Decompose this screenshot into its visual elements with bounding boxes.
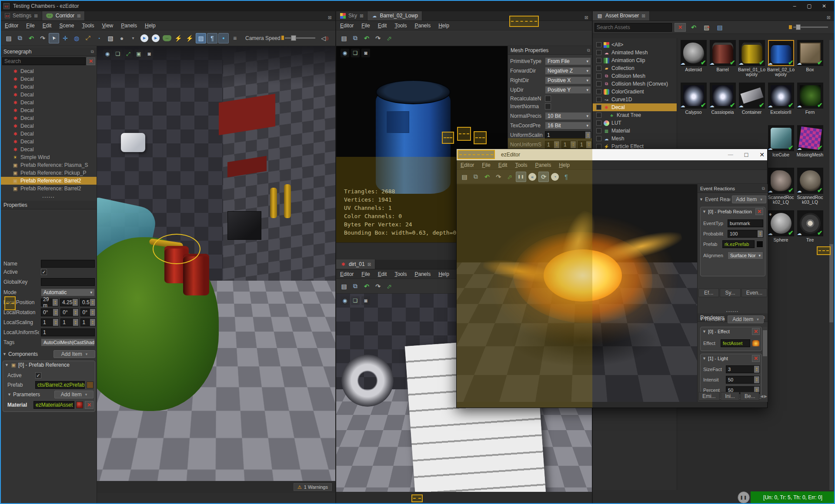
viewport-icon[interactable] <box>124 50 133 58</box>
updir-dropdown[interactable]: Positive Y <box>545 86 591 94</box>
asset-type-item[interactable]: Collection <box>593 64 677 72</box>
tab-initializer[interactable]: Ini... <box>721 392 740 401</box>
menu-item[interactable]: Tools <box>511 162 531 168</box>
asset-item[interactable]: ☁ ✔ ExcelsiorII <box>766 83 795 125</box>
menu-item[interactable]: Panels <box>117 23 141 29</box>
toolbar-icon[interactable] <box>140 34 148 42</box>
asset-type-item[interactable]: Collision Mesh <box>593 72 677 80</box>
menu-item[interactable]: Tools <box>78 23 98 29</box>
toolbar-icon[interactable] <box>49 33 59 43</box>
toolbar-icon[interactable] <box>471 172 481 182</box>
toolbar-icon[interactable] <box>516 172 526 182</box>
particle-window-titlebar[interactable]: ezEditor — □ ✕ <box>457 149 767 160</box>
asset-type-checkbox[interactable] <box>596 120 601 126</box>
viewport-icon[interactable] <box>341 49 349 57</box>
toolbar-icon[interactable] <box>339 33 349 43</box>
toolbar-icon[interactable] <box>26 33 37 43</box>
asset-grid-scrollbar[interactable] <box>829 40 833 492</box>
viewport-icon[interactable] <box>361 296 370 305</box>
tab-barrel-02-lowpoly[interactable]: Barrel_02_Lowp <box>367 11 422 20</box>
remove-renderer-icon[interactable]: ✕ <box>752 355 760 362</box>
toolbar-icon[interactable] <box>207 33 217 43</box>
toolbar-icon[interactable] <box>3 33 14 43</box>
toolbar-icon[interactable] <box>350 281 361 292</box>
localscaling-y[interactable]: 1▲▼ <box>60 318 78 326</box>
scenegraph-item[interactable]: Decal <box>1 114 97 122</box>
asset-type-item[interactable]: Curve1D <box>593 96 677 103</box>
toolbar-icon[interactable] <box>128 33 138 43</box>
menu-item[interactable]: Panels <box>531 162 555 168</box>
tab-corridor[interactable]: Corridor ⊠ <box>42 11 85 20</box>
scenegraph-item[interactable]: Decal <box>1 99 97 106</box>
menu-item[interactable]: Panels <box>411 23 434 29</box>
remove-renderer-icon[interactable]: ✕ <box>752 328 760 335</box>
localrotation-y[interactable]: 0°▲▼ <box>60 308 78 316</box>
asset-type-checkbox[interactable] <box>596 113 601 118</box>
menu-item[interactable]: File <box>357 23 374 29</box>
tab-events[interactable]: Even... <box>741 288 767 297</box>
primitivetype-dropdown[interactable]: From File <box>545 57 591 65</box>
texcoordprecision-dropdown[interactable]: 16 Bit <box>545 122 591 129</box>
toolbar-icon[interactable] <box>218 33 229 43</box>
tab-behavior[interactable]: Be... <box>740 392 759 401</box>
group-header[interactable]: ▼[1] - Light ✕ <box>701 354 762 363</box>
rightdir-dropdown[interactable]: Positive X <box>545 76 591 84</box>
asset-type-item[interactable]: Kraut Tree <box>593 111 677 119</box>
prefab-asset-input[interactable]: rk.ezPrefab <box>722 240 755 248</box>
collapse-icon[interactable]: ▼ <box>7 392 11 397</box>
menu-item[interactable]: Tools <box>391 271 411 277</box>
asset-item[interactable]: ☁ ✔ IceCube <box>766 125 795 168</box>
scenegraph-search-input[interactable] <box>2 57 86 65</box>
toolbar-icon[interactable] <box>196 33 206 43</box>
toolbar-icon[interactable] <box>361 281 372 292</box>
toolbar-icon[interactable] <box>350 33 361 43</box>
invertnormals-checkbox[interactable] <box>545 103 551 109</box>
toolbar-icon[interactable] <box>71 33 82 43</box>
localrotation-x[interactable]: 0°▲▼ <box>41 308 59 316</box>
asset-item[interactable]: ☁ ✔ Sphere <box>766 210 795 253</box>
toolbar-icon[interactable] <box>94 33 104 43</box>
asset-type-item[interactable]: <All> <box>593 41 677 49</box>
menu-item[interactable]: Help <box>141 23 160 29</box>
toolbar-icon[interactable] <box>561 172 571 182</box>
scenegraph-item[interactable]: Decal <box>1 91 97 99</box>
toolbar-icon[interactable] <box>37 33 48 43</box>
toolbar-icon[interactable] <box>459 172 470 182</box>
viewport-icon[interactable] <box>361 49 370 57</box>
effect-thumbnail-swatch[interactable] <box>752 340 760 347</box>
toolbar-icon[interactable] <box>528 173 536 181</box>
localuniformscaling-input[interactable]: 1 <box>41 328 95 336</box>
maximize-icon[interactable]: ▢ <box>802 1 817 11</box>
toolbar-icon[interactable] <box>361 33 372 43</box>
material-asset-input[interactable]: ezMaterialAsset <box>33 401 74 409</box>
scenegraph-item[interactable]: Decal <box>1 67 97 75</box>
toolbar-icon[interactable] <box>117 33 127 43</box>
scenegraph-item[interactable]: Decal <box>1 75 97 83</box>
remove-material-icon[interactable]: ✕ <box>85 401 94 409</box>
asset-item[interactable]: ☁ ✔ Cassiopeia <box>708 83 737 125</box>
menu-item[interactable]: Edit <box>374 271 391 277</box>
menu-item[interactable]: View <box>98 23 117 29</box>
scenegraph-item[interactable]: Decal <box>1 138 97 146</box>
localposition-x[interactable]: 29 m▲▼ <box>41 298 58 306</box>
tab-sky[interactable]: Sky ⊠ <box>336 11 367 20</box>
probability-spinner[interactable]: 100▲▼ <box>728 230 763 238</box>
close-panel-icon[interactable]: ⊠ <box>827 15 834 20</box>
minimize-icon[interactable]: – <box>787 1 802 11</box>
toolbar-icon[interactable] <box>538 172 549 182</box>
close-tab-icon[interactable]: ⊠ <box>641 13 645 18</box>
tab-effect[interactable]: Ef... <box>698 288 719 297</box>
float-doc-icon[interactable]: ⊠ <box>584 15 592 20</box>
asset-item[interactable]: ☁ ✔ Barrel <box>708 40 737 83</box>
close-tab-icon[interactable]: ⊠ <box>367 262 371 267</box>
asset-item[interactable]: ☁ ✔ Asteroid <box>679 40 708 83</box>
asset-type-checkbox[interactable] <box>596 105 601 110</box>
collapse-icon[interactable]: ▼ <box>699 197 703 202</box>
scenegraph-item[interactable]: Decal <box>1 122 97 130</box>
asset-type-checkbox[interactable] <box>596 128 601 133</box>
component-active-checkbox[interactable]: ✓ <box>35 372 41 378</box>
panel-splitter[interactable]: •••••• <box>1 195 97 199</box>
toolbar-icon[interactable] <box>163 35 171 41</box>
remove-reaction-icon[interactable]: ✕ <box>755 208 763 215</box>
add-renderer-button[interactable]: Add Item <box>728 315 764 323</box>
